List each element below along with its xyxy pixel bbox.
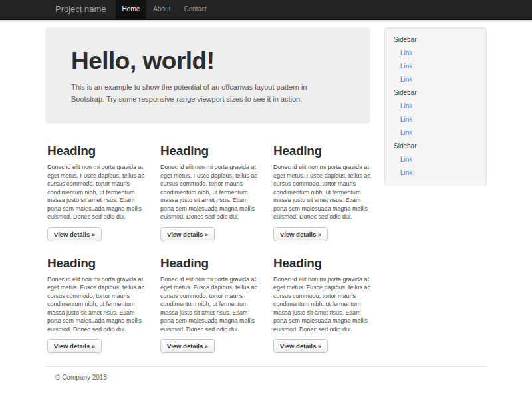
feature-card: Heading Donec id elit non mi porta gravi… [160,249,261,354]
card-heading: Heading [273,144,374,158]
card-body-text: Donec id elit non mi porta gravida at eg… [273,275,374,334]
nav-item-home[interactable]: Home [116,0,147,19]
feature-card: Heading Donec id elit non mi porta gravi… [47,249,148,354]
view-details-button[interactable]: View details » [47,339,102,353]
sidebar-link[interactable]: Link [385,73,486,86]
view-details-button[interactable]: View details » [273,339,328,353]
sidebar-link[interactable]: Link [385,153,486,166]
sidebar-group-header: Sidebar [385,86,486,100]
card-body-text: Donec id elit non mi porta gravida at eg… [47,163,148,221]
nav-item-about[interactable]: About [146,0,177,19]
main-content: Hello, world! This is an example to show… [45,27,370,361]
sidebar-nav-list: Sidebar Link Link Link Sidebar Link Link… [385,33,486,180]
sidebar-link[interactable]: Link [385,113,486,126]
card-body-text: Donec id elit non mi porta gravida at eg… [160,163,261,221]
navbar-inner: Project name Home About Contact [45,0,487,19]
card-heading: Heading [47,144,148,158]
footer-divider [45,366,487,367]
page-title: Hello, world! [71,47,344,75]
card-heading: Heading [160,144,261,158]
sidebar-link-item: Link [385,100,486,113]
sidebar-link-item: Link [385,47,486,60]
sidebar-link[interactable]: Link [385,126,486,140]
feature-card: Heading Donec id elit non mi porta gravi… [160,137,261,241]
view-details-button[interactable]: View details » [273,227,328,241]
view-details-button[interactable]: View details » [160,339,215,353]
sidebar-link[interactable]: Link [385,47,486,60]
cards-row-2: Heading Donec id elit non mi porta gravi… [45,249,370,354]
sidebar-link-item: Link [385,73,486,86]
navbar-brand[interactable]: Project name [45,0,116,19]
navbar: Project name Home About Contact [0,0,532,20]
feature-card: Heading Donec id elit non mi porta gravi… [273,249,374,354]
card-heading: Heading [160,256,261,271]
sidebar-link[interactable]: Link [385,166,486,180]
cards-row-1: Heading Donec id elit non mi porta gravi… [45,137,370,241]
sidebar-link-item: Link [385,113,486,126]
sidebar: Sidebar Link Link Link Sidebar Link Link… [384,27,487,186]
sidebar-link-item: Link [385,166,486,180]
sidebar-link-item: Link [385,126,486,140]
sidebar-group-header: Sidebar [385,33,486,47]
page-container: Hello, world! This is an example to show… [45,27,487,381]
jumbotron-description: This is an example to show the potential… [71,82,327,105]
sidebar-link[interactable]: Link [385,100,486,113]
card-heading: Heading [273,256,374,271]
card-heading: Heading [47,256,148,271]
view-details-button[interactable]: View details » [47,227,102,241]
footer: © Company 2013 [45,374,487,381]
view-details-button[interactable]: View details » [160,227,215,241]
feature-card: Heading Donec id elit non mi porta gravi… [273,137,374,241]
card-body-text: Donec id elit non mi porta gravida at eg… [47,275,148,334]
sidebar-group-header: Sidebar [385,140,486,153]
sidebar-link[interactable]: Link [385,60,486,73]
content-row: Hello, world! This is an example to show… [45,27,487,361]
copyright-text: © Company 2013 [55,374,487,381]
jumbotron: Hello, world! This is an example to show… [45,27,370,124]
feature-card: Heading Donec id elit non mi porta gravi… [47,137,148,241]
sidebar-link-item: Link [385,60,486,73]
navbar-menu: Home About Contact [116,0,213,19]
nav-item-contact[interactable]: Contact [177,0,213,19]
sidebar-link-item: Link [385,153,486,166]
card-body-text: Donec id elit non mi porta gravida at eg… [160,275,261,334]
card-body-text: Donec id elit non mi porta gravida at eg… [273,163,374,221]
